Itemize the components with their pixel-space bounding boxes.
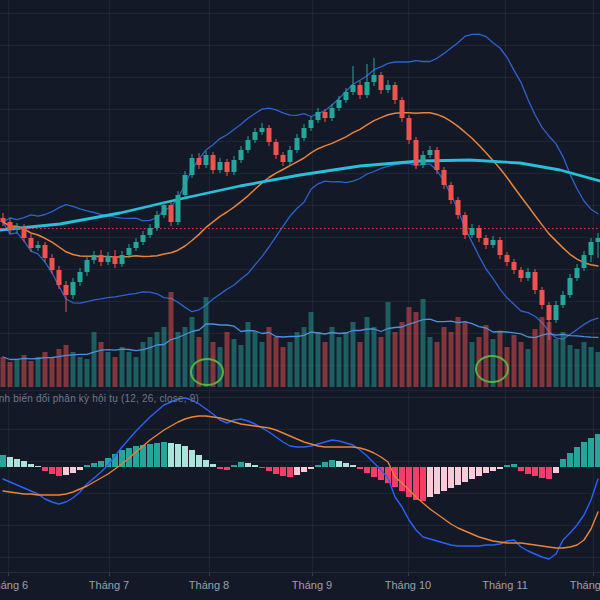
macd-histogram-bar	[98, 461, 104, 467]
x-axis[interactable]: Tháng 6Tháng 7Tháng 8Tháng 9Tháng 10Thán…	[0, 572, 600, 600]
volume-bar	[92, 332, 97, 387]
macd-histogram-bar	[308, 467, 314, 469]
candle-body	[148, 228, 153, 235]
candle-body	[561, 295, 566, 305]
candle-body	[442, 170, 447, 185]
macd-histogram-bar	[448, 467, 454, 488]
macd-histogram-bar	[399, 467, 405, 491]
macd-histogram-bar	[70, 467, 76, 473]
candle-body	[218, 162, 223, 170]
x-axis-label: Tháng 10	[373, 579, 443, 591]
macd-histogram-bar	[301, 467, 307, 472]
volume-bar	[57, 349, 62, 387]
volume-bar	[491, 339, 496, 387]
macd-histogram-bar	[518, 467, 524, 471]
macd-histogram-bar	[441, 467, 447, 491]
volume-bar	[64, 345, 69, 387]
candle-body	[323, 112, 328, 118]
macd-histogram-bar	[294, 467, 300, 475]
x-axis-label: Tháng 12	[558, 579, 600, 591]
candle-body	[190, 158, 195, 175]
candle-body	[169, 205, 174, 222]
x-axis-label: Tháng 9	[277, 579, 347, 591]
macd-histogram-bar	[168, 443, 174, 467]
macd-histogram-bar	[364, 467, 370, 473]
macd-histogram-bar	[182, 446, 188, 467]
macd-histogram-bar	[280, 467, 286, 476]
macd-histogram-bar	[420, 467, 426, 501]
macd-histogram-bar	[133, 446, 139, 467]
macd-line	[3, 398, 598, 559]
macd-indicator-label: bình biến đổi phân kỳ hội tụ (12, 26, cl…	[0, 393, 199, 404]
macd-histogram-bar	[196, 455, 202, 467]
trading-chart[interactable]: bình biến đổi phân kỳ hội tụ (12, 26, cl…	[0, 0, 600, 600]
macd-histogram-bar	[161, 442, 167, 467]
candle-body	[183, 175, 188, 195]
candle-body	[435, 150, 440, 170]
macd-histogram-bar	[231, 465, 237, 467]
macd-histogram-bar	[574, 447, 580, 467]
candle-body	[197, 158, 202, 165]
volume-bar	[435, 342, 440, 387]
candle-body	[246, 140, 251, 150]
macd-signal-line	[3, 416, 598, 548]
candle-body	[64, 285, 69, 295]
macd-histogram-bar	[238, 462, 244, 467]
macd-histogram-bar	[567, 453, 573, 467]
candle-body	[456, 200, 461, 215]
volume-bar	[596, 352, 600, 387]
candle-body	[589, 242, 594, 255]
candle-body	[519, 270, 524, 278]
volume-bar	[29, 361, 34, 387]
volume-bar	[379, 337, 384, 387]
macd-histogram-bar	[539, 467, 545, 478]
volume-bar	[449, 332, 454, 387]
candle-body	[176, 195, 181, 222]
candle-body	[239, 150, 244, 160]
volume-bar	[582, 342, 587, 387]
macd-histogram-bar	[203, 460, 209, 467]
macd-histogram-bar	[504, 465, 510, 467]
volume-bar	[344, 332, 349, 387]
candle-body	[15, 227, 20, 230]
candle-body	[449, 185, 454, 200]
volume-bar	[561, 332, 566, 387]
chart-canvas[interactable]	[0, 0, 600, 600]
macd-histogram-bar	[35, 466, 41, 467]
x-axis-label: Tháng 6	[0, 579, 43, 591]
volume-bar	[85, 359, 90, 387]
macd-histogram-bar	[455, 467, 461, 485]
volume-bar	[372, 327, 377, 387]
macd-histogram-bar	[287, 467, 293, 477]
candle-body	[491, 240, 496, 245]
candle-body	[498, 240, 503, 255]
volume-bar	[407, 307, 412, 387]
volume-bar	[211, 342, 216, 387]
macd-histogram-bar	[434, 467, 440, 494]
candle-body	[22, 227, 27, 238]
volume-bar	[267, 327, 272, 387]
macd-histogram-bar	[511, 464, 517, 467]
candle-body	[267, 128, 272, 142]
x-axis-label: Tháng 7	[74, 579, 144, 591]
candle-body	[204, 155, 209, 165]
candle-body	[295, 138, 300, 150]
candle-body	[211, 155, 216, 170]
candle-body	[120, 255, 125, 264]
volume-bar	[519, 342, 524, 387]
candle-body	[337, 100, 342, 108]
macd-histogram-bar	[28, 464, 34, 467]
volume-bar	[183, 327, 188, 387]
candle-body	[141, 235, 146, 242]
candle-body	[155, 215, 160, 228]
volume-bar	[1, 357, 6, 387]
candle-body	[596, 238, 600, 242]
macd-histogram-bar	[546, 467, 552, 479]
volume-bar	[309, 312, 314, 387]
volume-bar	[176, 332, 181, 387]
volume-bar	[253, 332, 258, 387]
candle-body	[274, 142, 279, 155]
macd-histogram-bar	[14, 459, 20, 467]
candle-body	[106, 256, 111, 262]
volume-bar	[22, 355, 27, 387]
